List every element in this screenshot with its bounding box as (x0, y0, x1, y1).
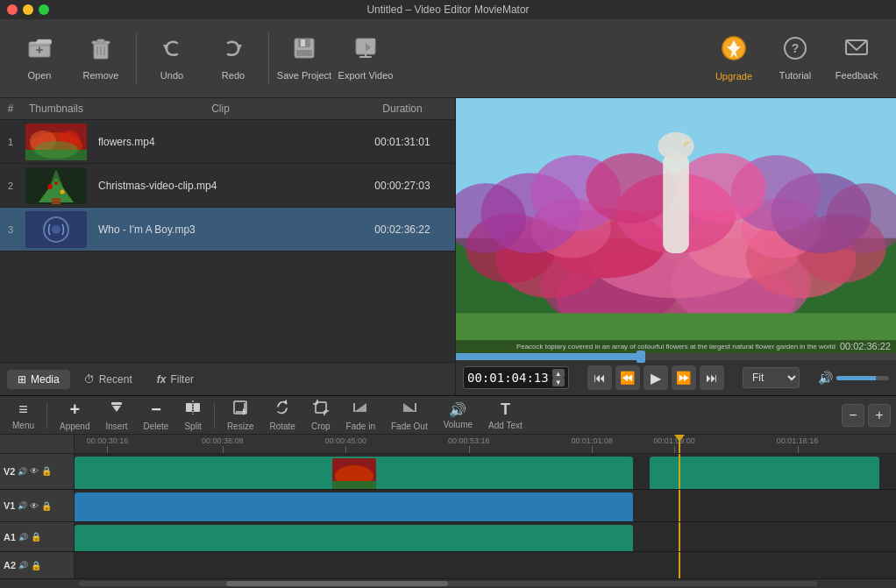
fast-forward-button[interactable]: ⏩ (672, 365, 696, 390)
tick-label-1: 00:00:30:16 (87, 436, 129, 445)
svg-point-35 (54, 181, 58, 185)
thumbnail-flowers (25, 124, 87, 160)
track-a1-audio-icon: 🔊 (18, 533, 28, 542)
track-v2-eye-icon[interactable]: 👁 (30, 466, 39, 476)
progress-handle[interactable] (636, 351, 645, 363)
volume-button[interactable]: 🔊 Volume (437, 398, 480, 433)
svg-marker-86 (403, 403, 416, 412)
row-clip-name: Who - I'm A Boy.mp3 (91, 223, 350, 236)
track-v2-content[interactable] (75, 454, 896, 489)
play-button[interactable]: ▶ (644, 365, 668, 390)
track-a1-content[interactable] (75, 522, 896, 551)
feedback-button[interactable]: Feedback (826, 25, 887, 91)
append-button[interactable]: + Append (53, 396, 96, 435)
tab-recent[interactable]: ⏱ Recent (74, 370, 143, 389)
open-label: Open (28, 70, 52, 81)
redo-label: Redo (222, 70, 245, 81)
list-item[interactable]: 1 flowers.mp4 00:01:31:01 (0, 120, 455, 164)
row-duration: 00:01:31:01 (350, 136, 455, 148)
delete-button[interactable]: − Delete (137, 396, 176, 435)
insert-button[interactable]: Insert (99, 396, 135, 435)
list-item[interactable]: 3 Who - I'm A Boy.mp3 (0, 208, 455, 251)
tl-sep-2 (214, 402, 215, 429)
track-v1-label: V1 🔊 👁 🔒 (0, 490, 75, 521)
track-v1-lock-icon[interactable]: 🔒 (41, 501, 52, 511)
track-v1: V1 🔊 👁 🔒 (0, 490, 896, 522)
time-down-button[interactable]: ▼ (552, 378, 565, 386)
zoom-out-button[interactable]: − (842, 404, 864, 427)
v2-clip-2[interactable] (650, 457, 879, 489)
a1-clip[interactable] (75, 525, 633, 551)
track-v1-eye-icon[interactable]: 👁 (30, 501, 39, 511)
tab-filter[interactable]: fx Filter (146, 370, 204, 389)
redo-button[interactable]: Redo (203, 25, 264, 91)
tick-mark-4 (469, 446, 470, 453)
upgrade-button[interactable]: Upgrade (703, 25, 764, 91)
resize-button[interactable]: Resize (220, 396, 261, 435)
row-clip-name: Christmas-video-clip.mp4 (91, 180, 350, 192)
export-video-icon (353, 36, 378, 67)
svg-rect-90 (332, 481, 376, 489)
track-v1-content[interactable] (75, 490, 896, 521)
zoom-in-button[interactable]: + (868, 404, 891, 427)
tick-mark-3 (345, 446, 346, 453)
track-a2-lock-icon[interactable]: 🔒 (31, 561, 41, 570)
rewind-button[interactable]: ⏪ (615, 365, 640, 390)
tick-label-5: 00:01:01:08 (572, 436, 614, 445)
volume-tl-icon: 🔊 (449, 401, 466, 418)
undo-button[interactable]: Undo (141, 25, 203, 91)
open-button[interactable]: Open (9, 25, 70, 91)
track-v2-lock-icon[interactable]: 🔒 (41, 466, 52, 476)
skip-forward-button[interactable]: ⏭ (700, 365, 724, 390)
v1-clip-1[interactable] (75, 492, 633, 521)
time-up-button[interactable]: ▲ (552, 369, 565, 378)
fit-selector[interactable]: Fit 50% 75% 100% (743, 367, 800, 388)
volume-control: 🔊 (818, 371, 889, 385)
thumbnail-christmas (25, 167, 87, 204)
save-project-button[interactable]: Save Project (274, 25, 335, 91)
crop-button[interactable]: Crop (304, 396, 338, 435)
fade-in-button[interactable]: Fade in (339, 396, 382, 435)
add-text-button[interactable]: T Add Text (481, 397, 530, 434)
remove-button[interactable]: Remove (70, 25, 132, 91)
svg-point-61 (586, 153, 676, 223)
row-clip-name: flowers.mp4 (91, 136, 350, 148)
track-a1-lock-icon[interactable]: 🔒 (31, 532, 41, 542)
row-thumb (21, 166, 91, 206)
rotate-button[interactable]: Rotate (262, 396, 302, 435)
add-text-icon: T (501, 400, 510, 419)
split-button[interactable]: Split (177, 396, 208, 435)
v2-clip-1[interactable] (75, 457, 633, 489)
zoom-area: − + (842, 404, 891, 427)
track-v2-name: V2 (4, 466, 15, 477)
resize-icon (232, 400, 248, 420)
list-item[interactable]: 2 Christmas-video-cli (0, 164, 455, 208)
tracks-area: 00:00:30:16 00:00:38:08 00:00:45:00 00:0… (0, 435, 896, 579)
fade-out-button[interactable]: Fade Out (384, 396, 435, 435)
left-panel: # Thumbnails Clip Duration 1 (0, 98, 456, 395)
tick-mark-7 (798, 446, 799, 453)
tab-media[interactable]: ⊞ Media (7, 370, 70, 389)
export-video-label: Export Video (338, 70, 394, 81)
svg-marker-78 (283, 400, 287, 405)
maximize-button[interactable] (39, 4, 49, 15)
timeline-area: ≡ Menu + Append Insert − Delete (0, 395, 896, 588)
time-ruler: 00:00:30:16 00:00:38:08 00:00:45:00 00:0… (75, 435, 896, 453)
svg-rect-72 (194, 403, 200, 412)
preview-progress-bar[interactable]: 00:02:36:22 (456, 353, 896, 360)
export-video-button[interactable]: Export Video (335, 25, 396, 91)
filter-tab-icon: fx (157, 373, 167, 386)
scrollbar-thumb[interactable] (226, 581, 448, 586)
tutorial-button[interactable]: ? Tutorial (764, 25, 826, 91)
track-a2-content[interactable] (75, 552, 896, 578)
playhead-a2 (679, 552, 680, 578)
skip-back-button[interactable]: ⏮ (587, 365, 612, 390)
close-button[interactable] (7, 4, 18, 15)
save-project-icon (292, 36, 316, 67)
crop-icon (313, 400, 329, 420)
tl-sep-1 (46, 402, 47, 429)
volume-slider[interactable] (836, 376, 889, 380)
minimize-button[interactable] (23, 4, 33, 15)
playhead-ruler (679, 435, 680, 453)
menu-button[interactable]: ≡ Menu (5, 397, 41, 434)
